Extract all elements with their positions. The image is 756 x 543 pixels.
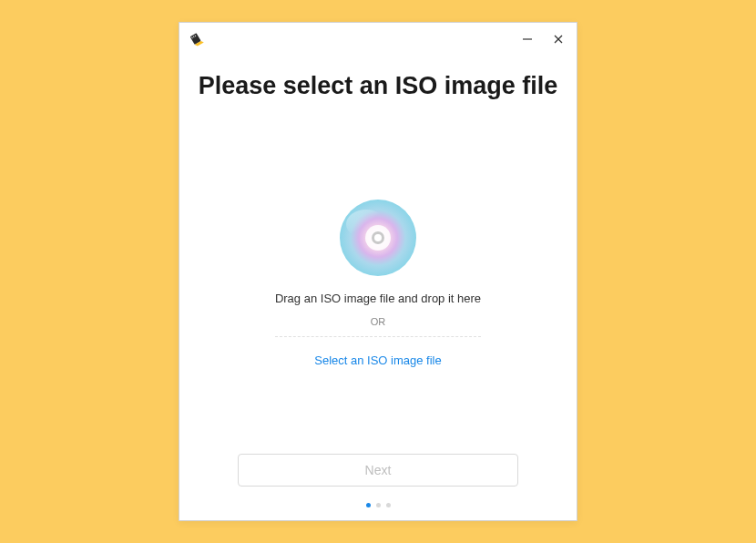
step-dot-3 — [386, 503, 391, 507]
step-indicator — [366, 503, 391, 507]
app-window: Please select an ISO image file — [179, 22, 577, 521]
close-button[interactable] — [549, 30, 567, 48]
next-button[interactable]: Next — [238, 454, 518, 487]
main-content: Drag an ISO image file and drop it here … — [179, 100, 577, 454]
window-controls — [518, 30, 567, 48]
disc-icon[interactable] — [339, 199, 417, 277]
minimize-button[interactable] — [518, 30, 536, 48]
app-icon — [189, 31, 205, 47]
step-dot-2 — [376, 503, 381, 507]
svg-point-11 — [374, 234, 382, 241]
or-separator: OR — [371, 316, 386, 327]
footer: Next — [179, 454, 577, 520]
step-dot-1 — [366, 503, 371, 507]
drag-instruction: Drag an ISO image file and drop it here — [275, 292, 481, 305]
page-title: Please select an ISO image file — [179, 72, 577, 100]
titlebar — [179, 23, 577, 56]
divider — [275, 336, 481, 337]
select-iso-link[interactable]: Select an ISO image file — [314, 353, 441, 367]
